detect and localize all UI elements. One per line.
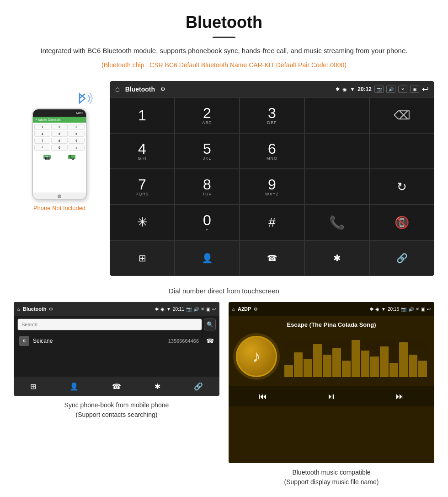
pb-search-button[interactable]: 🔍: [204, 319, 216, 330]
car-time: 20:12: [357, 86, 372, 92]
phone-top-bar: M250: [33, 109, 86, 117]
page-title: Bluetooth: [27, 13, 421, 32]
pb-x-icon: ✕: [201, 307, 204, 312]
bluetooth-info: (Bluetooth chip : CSR BC6 Default Blueto…: [27, 60, 421, 70]
pb-bottom-grid-icon[interactable]: ⊞: [30, 382, 36, 391]
dial-bottom-bluetooth[interactable]: ✱: [304, 240, 369, 276]
dial-empty-1: [304, 97, 369, 133]
bluetooth-status-icon: ✱: [336, 86, 340, 92]
title-divider: [213, 37, 235, 38]
dial-key-4[interactable]: 4 GHI: [110, 133, 175, 169]
music-screenshot: ⌂ A2DP ⚙ ✱ ◉ ▼ 20:15 📷 🔊 ✕ ▣ ↩ Escape (T…: [229, 302, 434, 463]
location-icon: ◉: [342, 86, 347, 92]
phonebook-item: ⌂ Bluetooth ⚙ ✱ ◉ ▼ 20:11 📷 🔊 ✕ ▣ ↩: [14, 302, 219, 463]
music-back-icon: ↩: [427, 307, 431, 312]
back-arrow-icon[interactable]: ↩: [422, 84, 429, 94]
vis-bar-3: [304, 359, 312, 378]
dial-bottom-settings[interactable]: 🔗: [369, 240, 434, 276]
dial-bottom-phone[interactable]: ☎: [240, 240, 304, 276]
pb-bottom-person-icon[interactable]: 👤: [69, 382, 79, 391]
music-caption: Bluetooth music compatible (Support disp…: [229, 468, 434, 487]
dial-key-9[interactable]: 9 WXYZ: [240, 169, 304, 205]
dial-key-3[interactable]: 3 DEF: [240, 97, 304, 133]
phonebook-caption: Sync phone-book from mobile phone (Suppo…: [14, 400, 219, 420]
dial-key-hash[interactable]: #: [240, 205, 304, 240]
pb-bottom-phone-icon[interactable]: ☎: [112, 382, 121, 391]
pb-title: Bluetooth: [23, 306, 46, 312]
phone-mock: M250 + Add to Contacts 1 2 3 4: [32, 108, 87, 200]
car-right-icons: ✱ ◉ ▼ 20:12 📷 🔊 ✕ ▣ ↩: [336, 84, 429, 94]
music-win-icon: ▣: [421, 307, 425, 312]
car-status-bar: ⌂ Bluetooth ⚙ ✱ ◉ ▼ 20:12 📷 🔊 ✕ ▣ ↩: [110, 81, 434, 97]
pb-contact-row[interactable]: S Seicane 13566664466 ☎: [14, 333, 219, 349]
music-controls: ⏮ ⏯ ⏭: [229, 386, 434, 406]
music-song-title: Escape (The Pina Colada Song): [287, 321, 376, 328]
dial-bottom-contacts[interactable]: 👤: [175, 240, 240, 276]
dialpad-grid: 1 2 ABC 3 DEF ⌫ 4 GHI 5 JKL: [110, 97, 434, 276]
music-prev-button[interactable]: ⏮: [255, 388, 271, 405]
vis-bar-7: [342, 361, 351, 377]
music-song-title-area: Escape (The Pina Colada Song): [229, 316, 434, 331]
pb-bottom-link-icon[interactable]: 🔗: [194, 382, 203, 391]
pb-loc-icon: ◉: [160, 307, 165, 312]
phone-body: M250 + Add to Contacts 1 2 3 4: [32, 108, 87, 200]
pb-spacer: [14, 349, 219, 377]
dial-key-2[interactable]: 2 ABC: [175, 97, 240, 133]
music-next-button[interactable]: ⏭: [392, 388, 408, 405]
vis-bar-13: [399, 342, 408, 378]
dial-key-5[interactable]: 5 JKL: [175, 133, 240, 169]
vis-bar-14: [409, 355, 417, 378]
dial-key-8[interactable]: 8 TUV: [175, 169, 240, 205]
home-icon: ⌂: [115, 85, 120, 93]
music-album-art: ♪: [236, 336, 277, 377]
vis-bar-9: [361, 351, 370, 378]
page-header: Bluetooth Integrated with BC6 Bluetooth …: [0, 0, 448, 81]
vis-bar-1: [284, 365, 293, 377]
car-screen-title: Bluetooth: [125, 86, 155, 93]
dial-bottom-grid[interactable]: ⊞: [110, 240, 175, 276]
dial-empty-3: [369, 133, 434, 169]
dial-backspace[interactable]: ⌫: [369, 97, 434, 133]
dial-key-0[interactable]: 0 +: [175, 205, 240, 240]
music-status-bar: ⌂ A2DP ⚙ ✱ ◉ ▼ 20:15 📷 🔊 ✕ ▣ ↩: [229, 302, 434, 316]
pb-wifi-icon: ▼: [166, 307, 171, 312]
camera-icon-box[interactable]: 📷: [374, 86, 384, 93]
wifi-icon: ▼: [350, 86, 355, 92]
dial-call-green[interactable]: 📞: [304, 205, 369, 240]
dial-key-7[interactable]: 7 PQRS: [110, 169, 175, 205]
music-usb-icon: ⚙: [254, 307, 258, 312]
window-icon-box[interactable]: ▣: [410, 86, 419, 93]
music-vol-icon: 🔊: [408, 307, 414, 312]
phonebook-screenshot: ⌂ Bluetooth ⚙ ✱ ◉ ▼ 20:11 📷 🔊 ✕ ▣ ↩: [14, 302, 219, 396]
header-description: Integrated with BC6 Bluetooth module, su…: [27, 45, 421, 56]
vis-bar-10: [370, 357, 379, 377]
pb-bt-icon: ✱: [155, 307, 159, 312]
vis-bar-4: [313, 344, 322, 377]
phone-illustration: M250 + Add to Contacts 1 2 3 4: [14, 81, 105, 276]
volume-icon-box[interactable]: 🔊: [386, 86, 395, 93]
dial-empty-2: [304, 133, 369, 169]
dial-call-red[interactable]: 📵: [369, 205, 434, 240]
music-loc-icon: ◉: [375, 307, 379, 312]
pb-vol-icon: 🔊: [193, 307, 199, 312]
pb-contact-name: Seicane: [33, 338, 165, 344]
dial-key-1[interactable]: 1: [110, 97, 175, 133]
pb-search-input[interactable]: [17, 319, 202, 330]
close-icon-box[interactable]: ✕: [398, 86, 407, 93]
music-right-icons: ✱ ◉ ▼ 20:15 📷 🔊 ✕ ▣ ↩: [370, 307, 431, 312]
music-play-pause-button[interactable]: ⏯: [323, 388, 340, 405]
pb-contact-number: 13566664466: [168, 338, 199, 344]
music-home-icon: ⌂: [232, 307, 235, 312]
music-title: A2DP: [238, 306, 251, 312]
pb-bottom-bt-icon[interactable]: ✱: [155, 382, 160, 391]
music-note-icon: ♪: [252, 347, 261, 366]
music-time: 20:15: [388, 307, 399, 312]
dial-key-star[interactable]: ✳: [110, 205, 175, 240]
pb-call-icon[interactable]: ☎: [206, 337, 214, 345]
phone-screen: + Add to Contacts 1 2 3 4 5 6: [33, 117, 86, 193]
music-bt-icon: ✱: [370, 307, 373, 312]
dial-key-6[interactable]: 6 MNO: [240, 133, 304, 169]
vis-bar-15: [418, 361, 427, 377]
dial-reload[interactable]: ↻: [369, 169, 434, 205]
pb-time: 20:11: [173, 307, 184, 312]
